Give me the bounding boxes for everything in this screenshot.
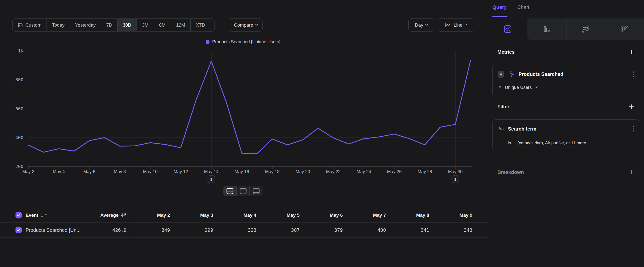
date-cell-value: 400 bbox=[344, 227, 386, 233]
table-column-divider bbox=[132, 208, 132, 238]
flows-icon bbox=[621, 25, 628, 33]
annotation-badge[interactable]: 1 bbox=[452, 176, 459, 183]
split-even-icon bbox=[226, 188, 234, 195]
date-column-header: May 2 bbox=[128, 212, 170, 218]
x-axis-label: May 6 bbox=[83, 169, 95, 174]
series-line[interactable] bbox=[28, 60, 470, 153]
date-cell-value: 323 bbox=[214, 227, 256, 233]
row-checkbox[interactable] bbox=[16, 227, 22, 233]
layout-split-even-button[interactable] bbox=[223, 186, 236, 196]
metric-options-button[interactable] bbox=[632, 71, 634, 77]
event-header-label: Event bbox=[26, 212, 38, 218]
filter-clause[interactable]: Is (empty string), Air purifier, or 11 m… bbox=[508, 141, 586, 146]
filter-heading: Filter bbox=[498, 104, 510, 110]
retention-icon bbox=[582, 25, 590, 33]
date-cell-value: 307 bbox=[258, 227, 300, 233]
filter-value: (empty string), Air purifier, or 11 more bbox=[517, 141, 586, 146]
select-all-checkbox[interactable] bbox=[16, 212, 22, 218]
x-axis-label: May 2 bbox=[22, 169, 34, 174]
layout-chart-focus-button[interactable] bbox=[236, 186, 250, 196]
x-axis-label: May 20 bbox=[296, 169, 310, 174]
event-column-header[interactable]: Event 1 bbox=[26, 212, 47, 218]
event-count: 1 bbox=[40, 212, 43, 218]
add-metric-button[interactable] bbox=[628, 49, 635, 55]
x-axis-label: May 14 bbox=[204, 169, 218, 174]
row-series-name: Products Searched [Un... bbox=[26, 227, 80, 233]
sort-descending-icon bbox=[121, 212, 126, 218]
date-cell-value: 343 bbox=[430, 227, 472, 233]
filter-card[interactable]: Aa Search term Is (empty string), Air pu… bbox=[492, 119, 639, 150]
x-axis-label: May 8 bbox=[114, 169, 126, 174]
date-column-header: May 9 bbox=[430, 212, 472, 218]
y-axis-label: 400 bbox=[15, 135, 23, 140]
insights-icon bbox=[504, 25, 512, 33]
date-column-header: May 4 bbox=[214, 212, 256, 218]
breakdown-heading: Breakdown bbox=[498, 169, 524, 175]
row-average-value: 426.9 bbox=[87, 227, 126, 233]
date-cell-value: 379 bbox=[301, 227, 343, 233]
table-header-row: Event 1 Average May 2May 3May 4May 5May … bbox=[0, 208, 488, 223]
filter-property-name: Search term bbox=[508, 126, 536, 132]
average-header-label: Average bbox=[100, 212, 118, 218]
aggregation-selector[interactable]: # Unique Users bbox=[498, 85, 538, 90]
table-focus-icon bbox=[252, 188, 260, 195]
metric-name: Products Searched bbox=[518, 71, 563, 77]
x-axis-label: May 10 bbox=[143, 169, 158, 174]
x-axis-label: May 22 bbox=[326, 169, 340, 174]
report-tab-flows[interactable] bbox=[605, 19, 644, 40]
metric-card-header: A Products Searched bbox=[498, 71, 563, 78]
y-axis-label: 600 bbox=[15, 106, 23, 111]
active-tab-underline bbox=[492, 16, 508, 17]
report-tab-insights[interactable] bbox=[488, 19, 527, 40]
metric-letter-badge: A bbox=[498, 71, 504, 78]
analytics-app: CustomTodayYesterday7D30D3M6M12MXTD Comp… bbox=[0, 0, 644, 267]
check-icon bbox=[16, 228, 21, 232]
plus-icon bbox=[628, 104, 634, 110]
filter-card-header: Aa Search term bbox=[498, 125, 536, 133]
x-axis-label: May 24 bbox=[356, 169, 371, 174]
layout-toggle bbox=[223, 186, 263, 196]
date-column-header: May 6 bbox=[301, 212, 343, 218]
add-filter-button[interactable] bbox=[628, 103, 635, 110]
annotation-badge[interactable]: 1 bbox=[208, 176, 215, 183]
string-property-icon: Aa bbox=[498, 126, 504, 131]
x-axis-label: May 16 bbox=[234, 169, 249, 174]
filter-operator: Is bbox=[508, 141, 511, 146]
report-tab-funnels[interactable] bbox=[527, 19, 566, 40]
table-row: Products Searched [Un... 426.9 349299323… bbox=[0, 223, 488, 238]
x-axis-label: May 4 bbox=[53, 169, 65, 174]
check-icon bbox=[16, 213, 21, 217]
plus-icon bbox=[628, 169, 634, 175]
date-cell-value: 299 bbox=[172, 227, 213, 233]
report-tab-retention[interactable] bbox=[566, 19, 605, 40]
y-axis-label: 1K bbox=[18, 48, 23, 54]
date-column-header: May 5 bbox=[258, 212, 300, 218]
y-axis-label: 800 bbox=[15, 77, 23, 82]
funnels-icon bbox=[543, 25, 550, 33]
x-axis-label: May 18 bbox=[265, 169, 280, 174]
y-axis-label: 200 bbox=[15, 164, 23, 169]
metric-card[interactable]: A Products Searched # Unique Users bbox=[492, 65, 639, 97]
add-breakdown-button[interactable] bbox=[628, 169, 635, 175]
tab-query[interactable]: Query bbox=[492, 5, 507, 10]
line-chart[interactable]: May 2May 4May 6May 8May 10May 12May 14Ma… bbox=[0, 0, 488, 195]
chart-focus-icon bbox=[239, 188, 247, 195]
tab-chart[interactable]: Chart bbox=[517, 5, 529, 10]
chevron-down-icon bbox=[45, 213, 48, 215]
date-column-header: May 8 bbox=[388, 212, 429, 218]
average-column-header[interactable]: Average bbox=[74, 208, 126, 222]
filter-options-button[interactable] bbox=[632, 126, 634, 132]
event-click-icon bbox=[508, 71, 515, 78]
hash-icon: # bbox=[498, 85, 501, 90]
x-axis-label: May 28 bbox=[418, 169, 432, 174]
layout-table-focus-button[interactable] bbox=[250, 186, 263, 196]
svg-text:1: 1 bbox=[210, 177, 212, 182]
x-axis-label: May 26 bbox=[387, 169, 402, 174]
metrics-heading: Metrics bbox=[498, 49, 514, 55]
x-axis-label: May 12 bbox=[174, 169, 188, 174]
date-cell-value: 341 bbox=[388, 227, 429, 233]
aggregation-label: Unique Users bbox=[505, 85, 532, 90]
date-cell-value: 349 bbox=[128, 227, 170, 233]
x-axis-label: May 30 bbox=[448, 169, 462, 174]
chevron-down-icon bbox=[535, 86, 538, 88]
